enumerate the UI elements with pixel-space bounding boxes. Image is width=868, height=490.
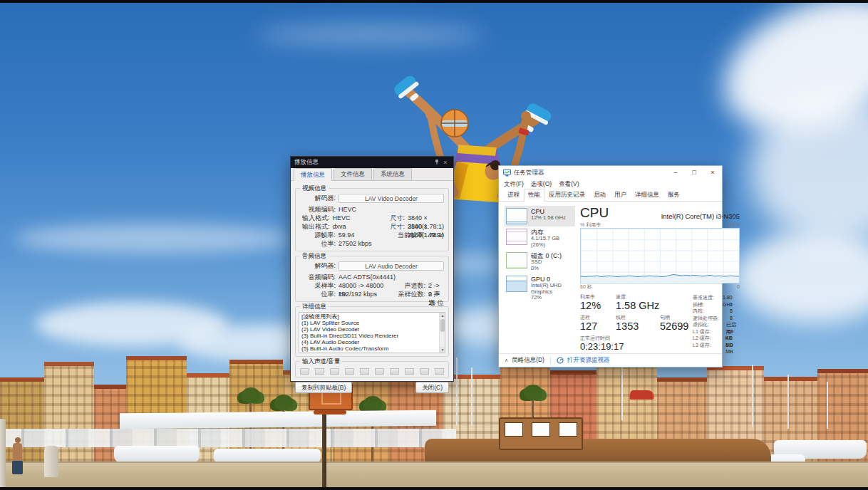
- tab-playback-info[interactable]: 播放信息: [294, 168, 332, 181]
- desktop: 播放信息 × 播放信息 文件信息 系统信息 视频信息 解码器: LAV Vide…: [0, 0, 868, 490]
- scroll-down-arrow[interactable]: ▼: [440, 347, 445, 353]
- row-value: 3840 × 2160(1.78:1): [408, 214, 444, 222]
- tab-performance[interactable]: 性能: [524, 189, 544, 202]
- row-label: 尺寸:: [376, 222, 405, 231]
- utilization-label: 利用率: [580, 293, 616, 300]
- row-label: 视频编码:: [300, 205, 336, 214]
- sidebar-item-sub: 4.1/15.7 GB (26%): [531, 236, 574, 248]
- channel-volume-group-title: 输入声道/音量: [300, 358, 342, 366]
- video-info-group-title: 视频信息: [300, 184, 329, 193]
- task-manager-titlebar[interactable]: 任务管理器 – □ ×: [499, 166, 722, 179]
- disk-thumbnail-chart: [506, 252, 527, 269]
- filter-list-line: (1) LAV Splitter Source: [301, 320, 438, 326]
- close-icon[interactable]: ×: [441, 159, 450, 166]
- speed-label: 速度: [616, 293, 660, 300]
- row-value: 3840 × 2160(1.78:1): [408, 222, 444, 231]
- palm-tree-crown: [274, 395, 293, 410]
- spec-value: 1.80 GHz: [723, 294, 740, 301]
- row-label: 当前帧率:: [391, 231, 425, 239]
- tab-system-info[interactable]: 系统信息: [373, 168, 412, 180]
- channel-meter-cell: [375, 368, 384, 375]
- white-boat: [114, 446, 200, 463]
- uptime-value: 0:23:19:17: [580, 341, 693, 353]
- channel-meter-cell: [405, 368, 414, 375]
- sidebar-item-memory[interactable]: 内存 4.1/15.7 GB (26%): [505, 226, 575, 250]
- row-label: 位率:: [300, 239, 336, 248]
- scrollbar[interactable]: ▲ ▼: [439, 313, 445, 353]
- chart-x-right-label: 0: [737, 283, 740, 290]
- wooden-boat-cabin: [499, 417, 583, 450]
- town-building: [0, 377, 44, 462]
- audio-row: 采样率: 48000 -> 48000 Hz 声道数: 2 -> 2 声道: [300, 281, 444, 290]
- video-row: 视频编码: HEVC: [300, 205, 444, 214]
- pin-icon[interactable]: [433, 159, 441, 166]
- fewer-details-toggle[interactable]: 简略信息(D): [512, 356, 544, 365]
- audio-row: 位率: 192/192 kbps 采样位数: 0 -> 16 位: [300, 290, 444, 298]
- chart-y-axis-label: % 利用率: [580, 221, 601, 228]
- playback-info-window: 播放信息 × 播放信息 文件信息 系统信息 视频信息 解码器: LAV Vide…: [290, 156, 454, 382]
- sidebar-item-sub: Intel(R) UHD Graphics: [531, 283, 574, 295]
- video-decoder-value[interactable]: LAV Video Decoder: [339, 194, 444, 203]
- scroll-up-arrow[interactable]: ▲: [440, 313, 445, 318]
- menu-view[interactable]: 查看(V): [559, 180, 579, 189]
- cpu-utilization-chart[interactable]: [580, 228, 740, 283]
- cpu-specs: 基准速度:1.80 GHz 插槽:1 内核:8 逻辑处理器:8 虚拟化:已启用 …: [693, 293, 740, 353]
- sidebar-item-cpu[interactable]: CPU 12% 1.58 GHz: [505, 206, 575, 226]
- row-value: 48000 -> 48000 Hz: [339, 281, 391, 290]
- scrollbar-thumb[interactable]: [440, 319, 445, 332]
- details-group-title: 详细信息: [300, 303, 329, 311]
- playback-info-titlebar[interactable]: 播放信息 ×: [291, 157, 453, 168]
- filter-list-line: (2) LAV Video Decoder: [301, 327, 438, 333]
- minimize-icon[interactable]: –: [666, 166, 685, 179]
- maximize-icon[interactable]: □: [685, 166, 703, 179]
- boat-mast: [752, 365, 753, 427]
- close-button[interactable]: 关闭(C): [415, 382, 449, 393]
- task-manager-title: 任务管理器: [514, 169, 666, 177]
- cloud: [734, 231, 868, 323]
- boat-mast: [827, 382, 828, 429]
- tab-users[interactable]: 用户: [610, 189, 631, 201]
- menu-options[interactable]: 选项(O): [531, 180, 552, 189]
- video-decoder-label: 解码器:: [300, 194, 336, 203]
- spec-value: 8: [730, 308, 733, 315]
- tab-file-info[interactable]: 文件信息: [334, 168, 372, 180]
- audio-decoder-value[interactable]: LAV Audio Decoder: [339, 261, 444, 271]
- speed-value: 1.58 GHz: [616, 300, 660, 312]
- basketball-rim: [314, 410, 346, 415]
- sidebar-item-sub: 12% 1.58 GHz: [531, 215, 566, 221]
- resource-monitor-icon[interactable]: [557, 357, 564, 364]
- tab-startup[interactable]: 启动: [589, 189, 610, 201]
- filter-list-line: [滤镜使用列表]: [301, 314, 438, 320]
- tab-processes[interactable]: 进程: [503, 189, 524, 201]
- row-label: 声道数:: [391, 281, 425, 290]
- row-value: AAC ADTS(0x4441): [339, 273, 444, 281]
- row-value: HEVC: [333, 214, 377, 222]
- channel-meter-cell: [345, 368, 354, 375]
- task-manager-window: 任务管理器 – □ × 文件(F) 选项(O) 查看(V) 进程 性能 应用历史…: [498, 165, 723, 368]
- channel-meter-cell: [360, 368, 369, 375]
- memory-thumbnail-chart: [506, 229, 527, 245]
- video-row: 位率: 27502 kbps: [300, 239, 444, 248]
- cloud: [257, 24, 485, 46]
- sidebar-item-disk0[interactable]: 磁盘 0 (C:) SSD 0%: [505, 250, 575, 273]
- filter-list[interactable]: [滤镜使用列表] (1) LAV Splitter Source (2) LAV…: [299, 312, 445, 353]
- tab-details[interactable]: 详细信息: [631, 189, 663, 201]
- copy-to-clipboard-button[interactable]: 复制到剪贴板(B): [295, 382, 352, 393]
- pedestrian: [12, 461, 23, 474]
- chevron-up-icon[interactable]: ∧: [505, 358, 508, 363]
- tab-app-history[interactable]: 应用历史记录: [544, 189, 589, 201]
- red-awning: [629, 390, 655, 400]
- sidebar-item-gpu0[interactable]: GPU 0 Intel(R) UHD Graphics 72%: [505, 273, 575, 303]
- spec-value: 6.0 MB: [725, 342, 740, 349]
- details-group: 详细信息 [滤镜使用列表] (1) LAV Splitter Source (2…: [295, 306, 449, 357]
- menu-file[interactable]: 文件(F): [504, 180, 524, 189]
- video-row: 输出格式: dxva 尺寸: 3840 × 2160(1.78:1): [300, 222, 444, 231]
- row-label: 采样率:: [300, 281, 336, 290]
- tab-services[interactable]: 服务: [663, 189, 684, 201]
- row-value: 2 -> 2 声道: [428, 281, 444, 290]
- open-resource-monitor-link[interactable]: 打开资源监视器: [567, 356, 610, 365]
- task-manager-tabbar: 进程 性能 应用历史记录 启动 用户 详细信息 服务: [499, 189, 722, 202]
- close-icon[interactable]: ×: [703, 166, 722, 179]
- sidebar-item-sub: 0%: [531, 266, 562, 272]
- row-value: 27502 kbps: [339, 239, 391, 248]
